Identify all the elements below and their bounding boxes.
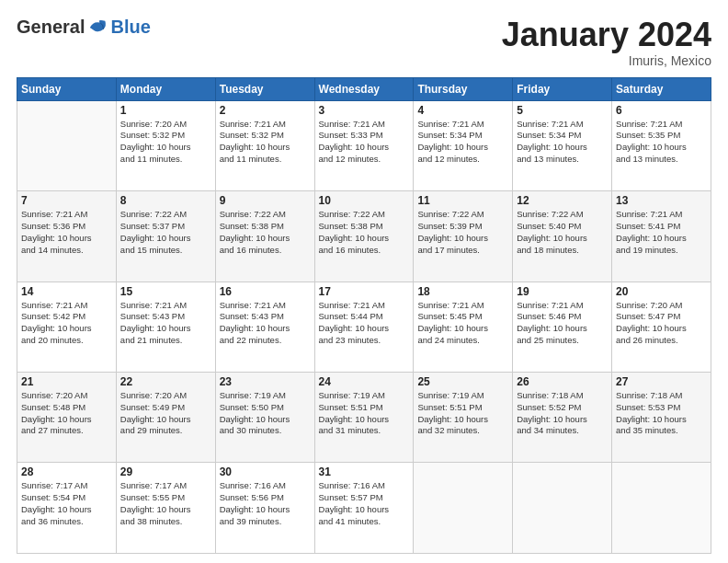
- day-info: Sunrise: 7:21 AMSunset: 5:32 PMDaylight:…: [220, 119, 311, 166]
- day-number: 26: [517, 375, 608, 388]
- calendar-cell: 16Sunrise: 7:21 AMSunset: 5:43 PMDayligh…: [215, 282, 314, 372]
- calendar-cell: 8Sunrise: 7:22 AMSunset: 5:37 PMDaylight…: [116, 191, 215, 282]
- calendar-cell: 23Sunrise: 7:19 AMSunset: 5:50 PMDayligh…: [215, 373, 314, 463]
- day-number: 29: [120, 465, 211, 478]
- day-info: Sunrise: 7:22 AMSunset: 5:40 PMDaylight:…: [517, 209, 608, 256]
- calendar-cell: 25Sunrise: 7:19 AMSunset: 5:51 PMDayligh…: [414, 373, 513, 463]
- day-number: 4: [417, 104, 508, 117]
- day-info: Sunrise: 7:21 AMSunset: 5:34 PMDaylight:…: [417, 119, 508, 166]
- calendar-cell: 22Sunrise: 7:20 AMSunset: 5:49 PMDayligh…: [116, 373, 215, 463]
- calendar-cell: [612, 463, 711, 554]
- day-info: Sunrise: 7:17 AMSunset: 5:54 PMDaylight:…: [21, 480, 112, 527]
- day-info: Sunrise: 7:18 AMSunset: 5:53 PMDaylight:…: [616, 390, 707, 437]
- day-info: Sunrise: 7:20 AMSunset: 5:48 PMDaylight:…: [21, 390, 112, 437]
- calendar-cell: 31Sunrise: 7:16 AMSunset: 5:57 PMDayligh…: [314, 463, 414, 554]
- day-info: Sunrise: 7:16 AMSunset: 5:57 PMDaylight:…: [319, 480, 410, 527]
- day-number: 19: [517, 285, 608, 298]
- day-number: 20: [616, 285, 707, 298]
- title-area: January 2024 Imuris, Mexico: [502, 17, 711, 68]
- day-info: Sunrise: 7:21 AMSunset: 5:33 PMDaylight:…: [319, 119, 410, 166]
- calendar-cell: 29Sunrise: 7:17 AMSunset: 5:55 PMDayligh…: [116, 463, 215, 554]
- header: General Blue January 2024 Imuris, Mexico: [17, 17, 711, 68]
- day-info: Sunrise: 7:19 AMSunset: 5:51 PMDaylight:…: [319, 390, 410, 437]
- day-number: 31: [319, 465, 410, 478]
- weekday-header: Friday: [513, 77, 612, 100]
- day-info: Sunrise: 7:16 AMSunset: 5:56 PMDaylight:…: [220, 480, 311, 527]
- calendar-cell: 28Sunrise: 7:17 AMSunset: 5:54 PMDayligh…: [17, 463, 117, 554]
- day-number: 2: [220, 104, 311, 117]
- calendar-cell: 15Sunrise: 7:21 AMSunset: 5:43 PMDayligh…: [116, 282, 215, 372]
- page: General Blue January 2024 Imuris, Mexico…: [0, 0, 728, 563]
- calendar-cell: [414, 463, 513, 554]
- day-number: 27: [616, 375, 707, 388]
- calendar-cell: 17Sunrise: 7:21 AMSunset: 5:44 PMDayligh…: [314, 282, 414, 372]
- logo-icon: [88, 17, 108, 38]
- calendar-cell: 12Sunrise: 7:22 AMSunset: 5:40 PMDayligh…: [513, 191, 612, 282]
- day-number: 5: [517, 104, 608, 117]
- calendar-cell: 26Sunrise: 7:18 AMSunset: 5:52 PMDayligh…: [513, 373, 612, 463]
- day-number: 25: [417, 375, 508, 388]
- logo: General Blue: [17, 17, 151, 38]
- day-info: Sunrise: 7:21 AMSunset: 5:43 PMDaylight:…: [120, 300, 211, 347]
- calendar-cell: 21Sunrise: 7:20 AMSunset: 5:48 PMDayligh…: [17, 373, 117, 463]
- weekday-header: Thursday: [414, 77, 513, 100]
- day-number: 14: [21, 285, 112, 298]
- calendar-cell: 11Sunrise: 7:22 AMSunset: 5:39 PMDayligh…: [414, 191, 513, 282]
- day-number: 7: [21, 194, 112, 207]
- day-number: 11: [417, 194, 508, 207]
- calendar-cell: 27Sunrise: 7:18 AMSunset: 5:53 PMDayligh…: [612, 373, 711, 463]
- day-info: Sunrise: 7:22 AMSunset: 5:38 PMDaylight:…: [220, 209, 311, 256]
- day-info: Sunrise: 7:19 AMSunset: 5:50 PMDaylight:…: [220, 390, 311, 437]
- day-info: Sunrise: 7:22 AMSunset: 5:38 PMDaylight:…: [319, 209, 410, 256]
- day-info: Sunrise: 7:21 AMSunset: 5:34 PMDaylight:…: [517, 119, 608, 166]
- day-number: 1: [120, 104, 211, 117]
- day-info: Sunrise: 7:21 AMSunset: 5:46 PMDaylight:…: [517, 300, 608, 347]
- location-subtitle: Imuris, Mexico: [502, 53, 711, 68]
- day-info: Sunrise: 7:21 AMSunset: 5:42 PMDaylight:…: [21, 300, 112, 347]
- day-number: 16: [220, 285, 311, 298]
- day-number: 12: [517, 194, 608, 207]
- logo-general: General: [17, 17, 85, 38]
- weekday-header: Wednesday: [314, 77, 414, 100]
- month-title: January 2024: [502, 17, 711, 53]
- weekday-header: Sunday: [17, 77, 117, 100]
- day-number: 21: [21, 375, 112, 388]
- day-number: 10: [319, 194, 410, 207]
- day-info: Sunrise: 7:20 AMSunset: 5:49 PMDaylight:…: [120, 390, 211, 437]
- calendar-cell: 10Sunrise: 7:22 AMSunset: 5:38 PMDayligh…: [314, 191, 414, 282]
- calendar-cell: [17, 100, 117, 190]
- day-number: 13: [616, 194, 707, 207]
- day-info: Sunrise: 7:20 AMSunset: 5:32 PMDaylight:…: [120, 119, 211, 166]
- calendar-cell: 3Sunrise: 7:21 AMSunset: 5:33 PMDaylight…: [314, 100, 414, 190]
- calendar-cell: 2Sunrise: 7:21 AMSunset: 5:32 PMDaylight…: [215, 100, 314, 190]
- day-info: Sunrise: 7:21 AMSunset: 5:35 PMDaylight:…: [616, 119, 707, 166]
- day-number: 8: [120, 194, 211, 207]
- calendar-cell: 19Sunrise: 7:21 AMSunset: 5:46 PMDayligh…: [513, 282, 612, 372]
- calendar-cell: 4Sunrise: 7:21 AMSunset: 5:34 PMDaylight…: [414, 100, 513, 190]
- calendar-cell: 14Sunrise: 7:21 AMSunset: 5:42 PMDayligh…: [17, 282, 117, 372]
- weekday-header: Tuesday: [215, 77, 314, 100]
- day-info: Sunrise: 7:21 AMSunset: 5:41 PMDaylight:…: [616, 209, 707, 256]
- day-number: 28: [21, 465, 112, 478]
- calendar-table: SundayMondayTuesdayWednesdayThursdayFrid…: [17, 77, 711, 554]
- logo-blue: Blue: [110, 17, 150, 38]
- calendar-cell: 20Sunrise: 7:20 AMSunset: 5:47 PMDayligh…: [612, 282, 711, 372]
- day-number: 18: [417, 285, 508, 298]
- calendar-cell: 1Sunrise: 7:20 AMSunset: 5:32 PMDaylight…: [116, 100, 215, 190]
- calendar-cell: 6Sunrise: 7:21 AMSunset: 5:35 PMDaylight…: [612, 100, 711, 190]
- day-number: 15: [120, 285, 211, 298]
- weekday-header: Monday: [116, 77, 215, 100]
- day-info: Sunrise: 7:18 AMSunset: 5:52 PMDaylight:…: [517, 390, 608, 437]
- day-info: Sunrise: 7:22 AMSunset: 5:39 PMDaylight:…: [417, 209, 508, 256]
- day-number: 30: [220, 465, 311, 478]
- day-info: Sunrise: 7:19 AMSunset: 5:51 PMDaylight:…: [417, 390, 508, 437]
- calendar-cell: 13Sunrise: 7:21 AMSunset: 5:41 PMDayligh…: [612, 191, 711, 282]
- day-number: 22: [120, 375, 211, 388]
- calendar-cell: 24Sunrise: 7:19 AMSunset: 5:51 PMDayligh…: [314, 373, 414, 463]
- calendar-cell: [513, 463, 612, 554]
- calendar-cell: 18Sunrise: 7:21 AMSunset: 5:45 PMDayligh…: [414, 282, 513, 372]
- calendar-cell: 9Sunrise: 7:22 AMSunset: 5:38 PMDaylight…: [215, 191, 314, 282]
- day-number: 23: [220, 375, 311, 388]
- day-info: Sunrise: 7:22 AMSunset: 5:37 PMDaylight:…: [120, 209, 211, 256]
- day-info: Sunrise: 7:21 AMSunset: 5:43 PMDaylight:…: [220, 300, 311, 347]
